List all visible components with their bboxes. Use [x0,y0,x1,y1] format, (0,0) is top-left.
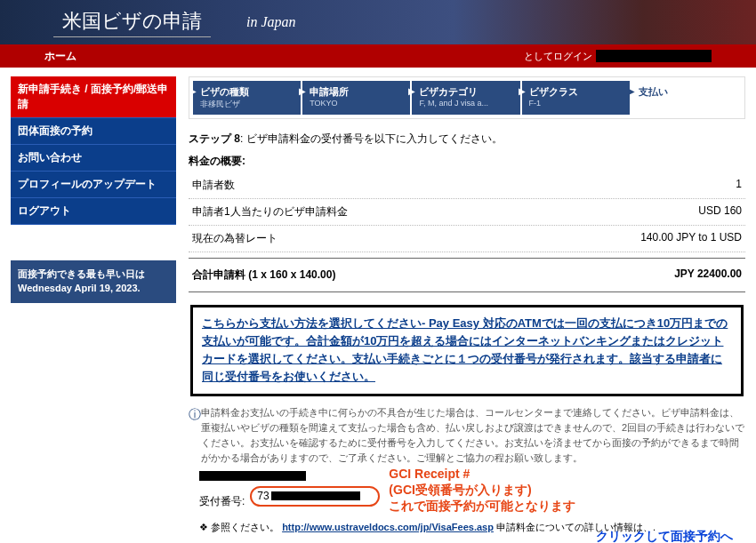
sidebar-item-profile[interactable]: プロフィールのアップデート [11,172,176,198]
step-description: ステップ 8: ビザ申請料金の受付番号を以下に入力してください。 [189,132,745,147]
earliest-date-box: 面接予約できる最も早い日は Wednesday April 19, 2023. [11,260,176,303]
receipt-label: 受付番号: [199,483,245,509]
step-category[interactable]: ▶ビザカテゴリF, M, and J visa a... [412,81,519,115]
login-username-redacted [596,50,712,62]
arrow-icon: ▶ [299,86,306,96]
home-link[interactable]: ホーム [44,49,76,64]
page-root: 米国ビザの申請 in Japan ホーム としてログイン 新申請手続き / 面接… [0,0,756,543]
arrow-icon: ▶ [519,86,526,96]
step-payment: ▶支払い [631,81,739,115]
arrow-icon: ▶ [628,86,635,96]
sidebar-item-logout[interactable]: ログアウト [11,198,176,225]
content: 新申請手続き / 面接予約/郵送申請 団体面接の予約 お問い合わせ プロフィール… [0,68,756,543]
sidebar-item-new-application[interactable]: 新申請手続き / 面接予約/郵送申請 [11,76,176,118]
fee-total: 合計申請料 (1 x 160 x 140.00)JPY 22400.00 [189,258,745,292]
step-class[interactable]: ▶ビザクラスF-1 [522,81,630,115]
login-label: としてログイン [524,50,592,63]
sidebar-item-contact[interactable]: お問い合わせ [11,145,176,172]
receipt-area: 受付番号: 73 GCI Receipt # (GCI受領番号が入ります) これ… [199,473,745,515]
redacted-bar [199,471,306,481]
login-status: としてログイン [524,50,712,63]
topbar: ホーム としてログイン [0,44,756,68]
breadcrumb-steps: ▶ビザの種類非移民ビザ ▶申請場所TOKYO ▶ビザカテゴリF, M, and … [189,76,745,119]
sidebar: 新申請手続き / 面接予約/郵送申請 団体面接の予約 お問い合わせ プロフィール… [11,76,176,543]
banner-subtitle: in Japan [246,14,296,30]
redacted-value [271,491,360,500]
receipt-number-input[interactable]: 73 [250,486,380,507]
payment-instruction-box[interactable]: こちらから支払い方法を選択してください- Pay Easy 対応のATMでは一回… [190,305,744,396]
fees-link[interactable]: http://www.ustraveldocs.com/jp/VisaFees.… [282,522,494,532]
arrow-icon: ▶ [189,86,197,96]
banner: 米国ビザの申請 in Japan [0,0,756,44]
main-panel: ▶ビザの種類非移民ビザ ▶申請場所TOKYO ▶ビザカテゴリF, M, and … [176,76,745,543]
fee-header: 料金の概要: [189,154,745,169]
banner-title: 米国ビザの申請 [53,8,211,37]
gci-annotation: GCI Receipt # (GCI受領番号が入ります) これで面接予約が可能と… [389,466,575,515]
disclaimer-note: 申請料金お支払いの手続き中に何らかの不具合が生じた場合は、コールセンターまで連絡… [201,405,745,466]
fee-row: 申請者1人当たりのビザ申請料金USD 160 [189,199,745,226]
sidebar-item-group[interactable]: 団体面接の予約 [11,118,176,145]
click-annotation: クリックして面接予約へ [596,529,733,543]
arrow-icon: ▶ [408,86,415,96]
step-visa-type[interactable]: ▶ビザの種類非移民ビザ [193,81,301,115]
step-location[interactable]: ▶申請場所TOKYO [302,81,410,115]
fee-row: 現在の為替レート140.00 JPY to 1 USD [189,226,745,252]
fee-row: 申請者数1 [189,172,745,199]
